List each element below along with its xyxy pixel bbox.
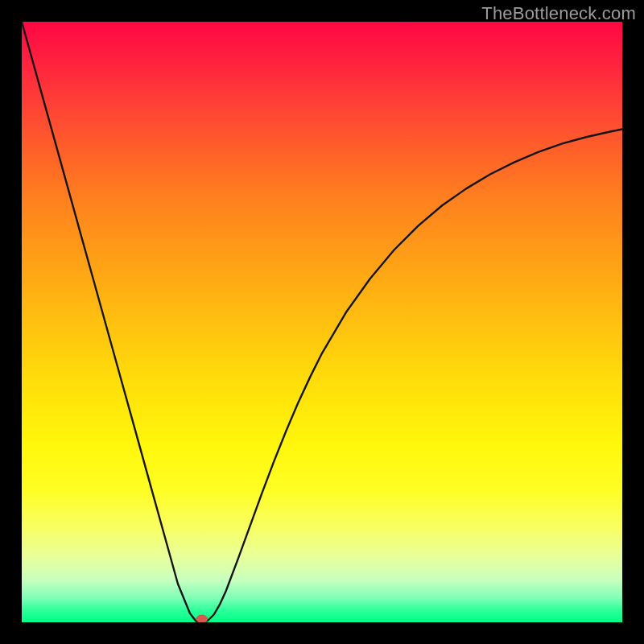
bottleneck-curve [22, 22, 622, 622]
watermark-text: TheBottleneck.com [481, 3, 636, 24]
chart-frame: TheBottleneck.com [0, 0, 644, 644]
minimum-marker [196, 615, 208, 622]
chart-svg [22, 22, 622, 622]
plot-area [22, 22, 622, 622]
